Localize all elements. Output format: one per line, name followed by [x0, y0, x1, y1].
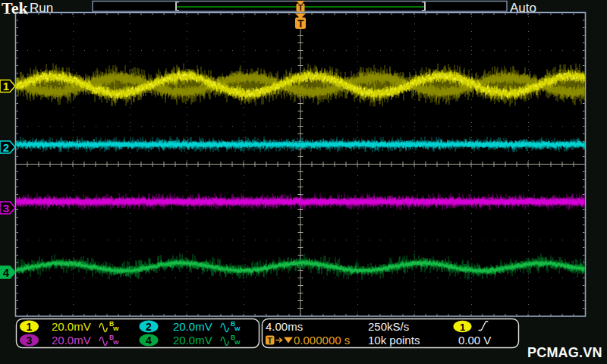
svg-text:1: 1 [460, 322, 465, 333]
svg-text:2: 2 [3, 141, 9, 154]
svg-text:0.00 V: 0.00 V [458, 334, 491, 347]
svg-text:W: W [113, 325, 119, 332]
svg-text:2: 2 [146, 321, 152, 333]
svg-text:3: 3 [27, 334, 33, 347]
svg-text:T: T [297, 17, 304, 30]
svg-text:Auto: Auto [510, 1, 536, 15]
svg-text:4: 4 [146, 334, 152, 347]
svg-text:W: W [113, 339, 119, 346]
svg-text:T: T [298, 3, 304, 12]
svg-text:PCMAG.VN: PCMAG.VN [527, 345, 602, 360]
svg-text:20.0mV: 20.0mV [52, 334, 91, 347]
svg-text:3: 3 [3, 202, 9, 215]
svg-text:10k points: 10k points [368, 334, 420, 347]
svg-text:0.000000 s: 0.000000 s [294, 334, 350, 347]
svg-text:250kS/s: 250kS/s [368, 320, 409, 333]
svg-text:1: 1 [27, 321, 33, 333]
svg-text:Tek: Tek [2, 0, 28, 17]
svg-text:4.00ms: 4.00ms [266, 320, 303, 333]
svg-text:4: 4 [3, 266, 10, 279]
svg-text:T: T [267, 336, 272, 345]
svg-text:20.0mV: 20.0mV [52, 320, 91, 333]
svg-text:W: W [234, 325, 241, 332]
svg-text:20.0mV: 20.0mV [173, 334, 212, 347]
svg-text:Run: Run [30, 1, 53, 15]
svg-text:20.0mV: 20.0mV [173, 320, 212, 333]
svg-text:W: W [234, 339, 241, 346]
svg-text:1: 1 [3, 80, 9, 93]
